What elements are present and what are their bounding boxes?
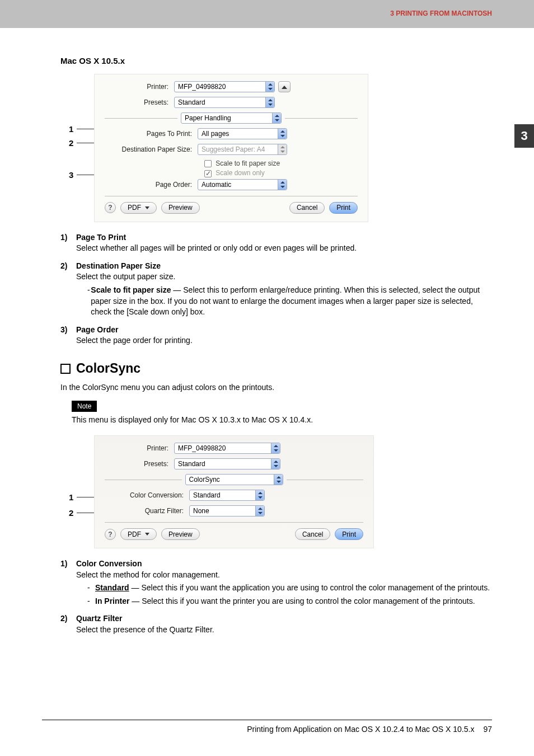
- desc-title: Destination Paper Size: [76, 261, 492, 272]
- pdf-button-label: PDF: [128, 530, 141, 538]
- desc-text: Select the method for color management.: [76, 570, 492, 581]
- printer-label: Printer:: [105, 83, 171, 91]
- top-bar: 3 PRINTING FROM MACINTOSH: [0, 0, 534, 28]
- sub-bold: Standard: [95, 583, 129, 592]
- subheading-macosx105: Mac OS X 10.5.x: [60, 56, 492, 65]
- printer-select[interactable]: MFP_04998820: [174, 81, 275, 92]
- dest-paper-size-value: Suggested Paper: A4: [202, 145, 265, 153]
- pane-select[interactable]: ColorSync: [185, 474, 283, 485]
- presets-value: Standard: [178, 98, 205, 106]
- desc-num: 2): [60, 613, 76, 635]
- callout-1: 1: [69, 124, 73, 134]
- divider: [105, 522, 363, 523]
- desc-text: Select the output paper size.: [76, 271, 492, 283]
- presets-label: Presets:: [105, 460, 171, 468]
- help-button[interactable]: ?: [105, 202, 116, 213]
- desc-num: 2): [60, 261, 76, 318]
- desc-title: Page To Print: [76, 232, 492, 243]
- colorsync-figure: 1 2 Printer: MFP_04998820 Presets: Stand…: [69, 435, 492, 548]
- page-order-value: Automatic: [202, 181, 231, 189]
- colorsync-intro: In the ColorSync menu you can adjust col…: [60, 383, 492, 392]
- quartz-filter-label: Quartz Filter:: [105, 507, 186, 515]
- desc-title: Quartz Filter: [76, 613, 492, 624]
- page-order-select[interactable]: Automatic: [198, 179, 287, 190]
- help-button[interactable]: ?: [105, 529, 116, 540]
- color-conversion-value: Standard: [193, 491, 221, 499]
- desc-title: Color Conversion: [76, 558, 492, 570]
- pages-to-print-value: All pages: [202, 130, 229, 138]
- chapter-tab: 3: [514, 124, 534, 148]
- quartz-filter-select[interactable]: None: [189, 505, 265, 516]
- stepper-icon: [255, 490, 264, 500]
- stepper-icon: [274, 475, 283, 485]
- collapse-button[interactable]: [278, 81, 291, 92]
- chevron-down-icon: [145, 533, 149, 536]
- paper-handling-figure: 1 2 3 Printer: MFP_04998820 Presets: Sta…: [69, 74, 492, 222]
- print-button[interactable]: Print: [335, 528, 363, 540]
- scale-to-fit-checkbox[interactable]: [204, 160, 212, 167]
- presets-select[interactable]: Standard: [174, 97, 275, 108]
- stepper-icon: [271, 459, 280, 469]
- footer-page: 97: [483, 725, 492, 734]
- scale-to-fit-label: Scale to fit paper size: [216, 159, 280, 167]
- pages-to-print-label: Pages To Print:: [105, 130, 194, 138]
- stepper-icon: [278, 180, 287, 190]
- pdf-button-label: PDF: [128, 204, 141, 212]
- preview-button[interactable]: Preview: [161, 528, 200, 540]
- printer-select[interactable]: MFP_04998820: [174, 443, 280, 454]
- pane-value: Paper Handling: [185, 114, 231, 122]
- stepper-icon: [271, 443, 280, 453]
- stepper-icon: [278, 129, 287, 139]
- divider: [105, 196, 358, 196]
- preview-button[interactable]: Preview: [161, 202, 200, 214]
- pane-separator: Paper Handling: [105, 112, 358, 124]
- callout-2: 2: [69, 508, 73, 518]
- page-footer: Printing from Application on Mac OS X 10…: [0, 720, 534, 734]
- running-header: 3 PRINTING FROM MACINTOSH: [390, 10, 492, 17]
- print-dialog-1: Printer: MFP_04998820 Presets: Standard …: [94, 74, 368, 222]
- desc-title: Page Order: [76, 325, 492, 336]
- paper-handling-descriptions: 1) Page To Print Select whether all page…: [60, 232, 492, 346]
- stepper-icon: [272, 113, 281, 123]
- callout-3: 3: [69, 170, 73, 180]
- quartz-filter-value: None: [193, 507, 209, 515]
- dest-paper-size-label: Destination Paper Size:: [105, 145, 194, 153]
- pages-to-print-select[interactable]: All pages: [198, 128, 287, 139]
- presets-label: Presets:: [105, 98, 171, 106]
- print-button[interactable]: Print: [329, 202, 358, 214]
- printer-label: Printer:: [105, 444, 171, 452]
- color-conversion-label: Color Conversion:: [105, 491, 186, 499]
- presets-value: Standard: [178, 460, 205, 468]
- color-conversion-select[interactable]: Standard: [189, 490, 265, 501]
- desc-text: Select the page order for printing.: [76, 335, 492, 346]
- desc-num: 3): [60, 325, 76, 346]
- stepper-icon: [265, 97, 274, 107]
- desc-text: Select the presence of the Quartz Filter…: [76, 624, 492, 636]
- bullet-dash: -: [87, 583, 95, 594]
- cancel-button[interactable]: Cancel: [289, 202, 325, 214]
- scale-down-only-label: Scale down only: [216, 169, 264, 177]
- footer-text: Printing from Application on Mac OS X 10…: [247, 725, 474, 734]
- scale-down-only-checkbox[interactable]: [204, 170, 212, 177]
- page-order-label: Page Order:: [105, 181, 194, 189]
- pane-select[interactable]: Paper Handling: [181, 112, 282, 124]
- pdf-button[interactable]: PDF: [120, 528, 157, 540]
- note-tag: Note: [72, 401, 97, 412]
- colorsync-heading: ColorSync: [76, 361, 140, 376]
- sub-rest: — Select this if you want the printer yo…: [129, 597, 475, 605]
- cancel-button[interactable]: Cancel: [295, 528, 330, 540]
- square-icon: [60, 364, 71, 374]
- pdf-button[interactable]: PDF: [120, 202, 157, 214]
- desc-text: Select whether all pages will be printed…: [76, 243, 492, 254]
- desc-num: 1): [60, 232, 76, 254]
- pane-value: ColorSync: [189, 476, 220, 483]
- dest-paper-size-select[interactable]: Suggested Paper: A4: [198, 144, 287, 155]
- chevron-down-icon: [145, 206, 149, 209]
- colorsync-descriptions: 1) Color Conversion Select the method fo…: [60, 558, 492, 636]
- sub-rest: — Select this if you want the applicatio…: [129, 583, 490, 592]
- bullet-dash: -: [87, 596, 95, 607]
- print-dialog-2: Printer: MFP_04998820 Presets: Standard …: [94, 435, 374, 548]
- pane-separator: ColorSync: [105, 474, 363, 485]
- desc-num: 1): [60, 558, 76, 607]
- presets-select[interactable]: Standard: [174, 458, 280, 469]
